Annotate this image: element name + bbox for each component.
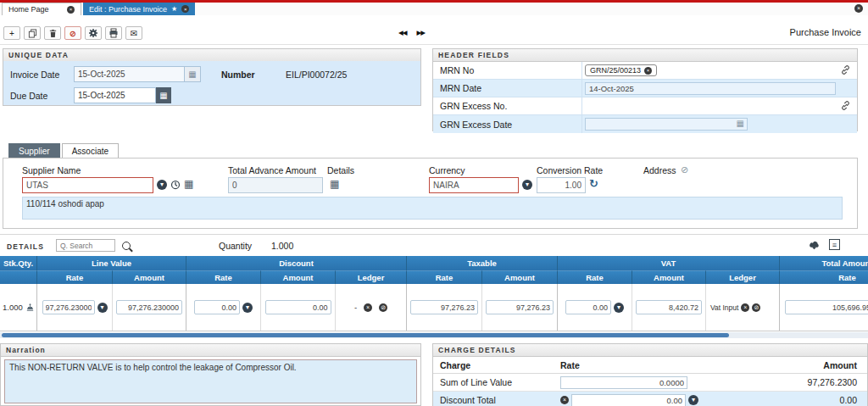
currency-input[interactable] <box>429 177 519 193</box>
conversion-rate-label: Conversion Rate <box>537 165 603 175</box>
supplier-calendar-icon[interactable]: ▦ <box>184 178 193 190</box>
mrn-no-chip[interactable]: GRN/25/00213 × <box>585 64 657 76</box>
supplier-tabs: Supplier Associate <box>8 143 119 158</box>
list-view-icon[interactable]: ≡ <box>829 239 840 250</box>
star-icon[interactable]: ★ <box>171 5 177 13</box>
vat-rate-input[interactable] <box>565 300 611 314</box>
currency-dropdown-icon[interactable]: ▾ <box>522 180 532 190</box>
mrn-no-label: MRN No <box>433 62 582 79</box>
scrollbar-thumb[interactable] <box>2 333 729 337</box>
search-icon[interactable] <box>122 242 131 250</box>
vat-rate-dropdown-icon[interactable]: ▾ <box>614 303 624 313</box>
col-vat-amount: Amount <box>632 270 706 284</box>
stock-qty-icon[interactable] <box>25 303 35 312</box>
supplier-history-icon[interactable] <box>170 180 181 190</box>
tab-associate[interactable]: Associate <box>62 143 119 158</box>
clear-ledger-icon[interactable]: × <box>741 303 749 312</box>
previous-record-icon[interactable]: ◀◀ <box>398 29 407 36</box>
cloud-download-icon[interactable] <box>808 240 821 250</box>
col-taxable-amount: Amount <box>482 270 558 284</box>
search-input[interactable] <box>56 239 115 252</box>
taxable-amount-input[interactable] <box>486 300 554 314</box>
discount-rate-input[interactable] <box>194 300 240 314</box>
close-all-tabs-icon[interactable]: × <box>854 4 863 13</box>
link-icon[interactable] <box>841 65 850 75</box>
next-record-icon[interactable]: ▶▶ <box>417 29 426 36</box>
details-calendar-icon[interactable]: ▦ <box>330 178 339 190</box>
number-value: EIL/PI00072/25 <box>286 70 347 80</box>
add-button[interactable]: + <box>3 26 20 40</box>
horizontal-scrollbar[interactable] <box>0 332 868 338</box>
cancel-button[interactable]: ⊘ <box>64 26 81 40</box>
trash-icon <box>48 29 58 38</box>
charge-amount: 97,276.2300 <box>730 377 867 387</box>
tab-home-label: Home Page <box>8 5 49 14</box>
record-navigation: ◀◀ ▶▶ <box>398 29 425 36</box>
invoice-date-input[interactable] <box>75 67 184 81</box>
col-stk-qty: Stk.Qty. <box>0 256 37 270</box>
link-icon[interactable] <box>841 101 850 110</box>
line-rate-dropdown-icon[interactable]: ▾ <box>97 303 108 313</box>
calendar-icon[interactable]: ▦ <box>737 119 744 128</box>
mrn-date-input[interactable] <box>585 82 836 95</box>
header-fields-header: HEADER FIELDS <box>433 49 857 62</box>
due-date-label: Due Date <box>10 91 47 101</box>
number-label: Number <box>221 70 255 80</box>
line-rate-input[interactable] <box>42 300 95 314</box>
calendar-icon[interactable]: ▦ <box>184 67 200 81</box>
col-vat-rate: Rate <box>558 270 632 284</box>
quantity-value: 1.000 <box>271 241 293 251</box>
tab-edit-purchase-invoice[interactable]: Edit : Purchase Invoice ★ × <box>83 3 195 15</box>
close-icon[interactable]: × <box>181 5 189 13</box>
email-button[interactable]: ✉ <box>125 26 142 40</box>
amount-col-label: Amount <box>730 360 867 370</box>
tab-bar: Home Page × Edit : Purchase Invoice ★ × … <box>0 3 868 16</box>
charge-rate-dropdown-icon[interactable]: ▾ <box>688 395 698 405</box>
taxable-rate-input[interactable] <box>410 300 478 314</box>
chip-remove-icon[interactable]: × <box>644 67 652 75</box>
line-items-grid: Stk.Qty. Line Value Discount Taxable VAT… <box>0 256 868 331</box>
clear-ledger-icon[interactable]: × <box>364 303 372 312</box>
settings-button[interactable] <box>85 26 102 40</box>
close-icon[interactable]: × <box>67 6 75 14</box>
mrn-no-row: MRN No GRN/25/00213 × <box>433 62 857 80</box>
ledger-disabled-icon[interactable]: ⊘ <box>752 303 760 312</box>
line-amount-input[interactable] <box>116 300 182 314</box>
remove-charge-icon[interactable]: × <box>560 396 569 404</box>
charge-row-sum-of-line-value: Sum of Line Value 97,276.2300 <box>433 374 867 392</box>
cancel-icon: ⊘ <box>70 29 76 38</box>
total-rate-input[interactable] <box>785 300 868 314</box>
due-date-calendar-icon[interactable]: ▦ <box>156 87 171 103</box>
ledger-disabled-icon[interactable]: ⊘ <box>379 303 387 312</box>
delete-button[interactable] <box>44 26 61 40</box>
charge-details-panel: CHARGE DETAILS Charge Rate Amount Sum of… <box>432 343 868 406</box>
charge-rate-input[interactable] <box>560 376 687 389</box>
tab-home-page[interactable]: Home Page × <box>2 3 81 15</box>
charge-rate-input[interactable] <box>571 394 686 406</box>
col-line-amount: Amount <box>113 270 186 284</box>
stk-qty-value: 1.000 <box>3 303 23 312</box>
supplier-name-input[interactable] <box>22 177 153 193</box>
advance-amount-input[interactable] <box>228 177 323 193</box>
tab-edit-label: Edit : Purchase Invoice <box>89 5 167 14</box>
address-textarea[interactable]: 110/114 oshodi apap <box>22 197 843 220</box>
narration-header: Narration <box>1 344 420 357</box>
print-button[interactable] <box>105 26 122 40</box>
tab-supplier[interactable]: Supplier <box>8 143 60 158</box>
narration-textarea[interactable]: This NON-RETURN VALVE is to help control… <box>4 359 417 403</box>
charge-column-headers: Charge Rate Amount <box>433 357 867 374</box>
conversion-rate-input[interactable] <box>537 177 586 193</box>
col-taxable: Taxable <box>407 256 558 270</box>
copy-button[interactable] <box>24 26 41 40</box>
grn-excess-date-input[interactable] <box>585 118 748 131</box>
vat-amount-input[interactable] <box>636 300 702 314</box>
supplier-dropdown-icon[interactable]: ▾ <box>157 180 167 190</box>
discount-rate-dropdown-icon[interactable]: ▾ <box>242 303 253 313</box>
col-discount: Discount <box>186 256 407 270</box>
due-date-input[interactable] <box>74 87 156 103</box>
refresh-rate-icon[interactable]: ↻ <box>589 177 598 190</box>
purchase-invoice-app: Home Page × Edit : Purchase Invoice ★ × … <box>0 0 868 406</box>
grn-excess-no-row: GRN Excess No. <box>433 97 857 115</box>
discount-amount-input[interactable] <box>265 300 331 314</box>
col-discount-amount: Amount <box>261 270 336 284</box>
